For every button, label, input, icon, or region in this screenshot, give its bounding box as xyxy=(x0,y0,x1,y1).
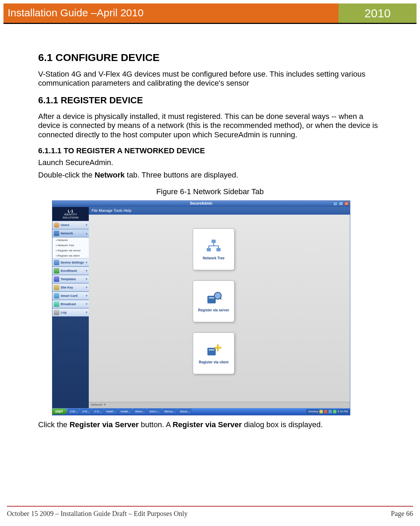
clock: 5:10 PM xyxy=(337,410,348,413)
taskbar-item[interactable]: 3 W... xyxy=(68,409,79,414)
sidebar-item-label: Smart Card xyxy=(61,294,86,298)
taskbar-item[interactable]: Notef... xyxy=(104,409,118,414)
card-register-via-server[interactable]: Register via server xyxy=(193,281,234,322)
svg-rect-0 xyxy=(212,240,216,243)
tray-icon[interactable] xyxy=(324,410,327,413)
sidebar-item-label: Users xyxy=(61,223,86,227)
tray-desktop[interactable]: Desktop xyxy=(308,410,318,413)
document-tab-bar[interactable]: Network ✕ xyxy=(89,402,350,408)
header-year: 2010 xyxy=(338,3,417,23)
key-icon xyxy=(54,285,59,290)
svg-rect-1 xyxy=(207,248,211,251)
sidebar: L·1 IDENTITY SOLUTIONS Users ▾ Network ▴… xyxy=(52,207,89,408)
subsection-body: After a device is physically installed, … xyxy=(38,112,382,139)
page-header: Installation Guide –April 2010 2010 xyxy=(3,3,417,23)
screenshot-secureadmin: SecureAdmin _ □ × File Manage Tools Help… xyxy=(52,200,350,415)
footer-left: October 15 2009 – Installation Guide Dra… xyxy=(7,510,188,518)
sidebar-network-submenu: • Network • Network Tree • Register via … xyxy=(52,238,89,258)
chevron-down-icon: ▾ xyxy=(86,269,87,273)
taskbar-item[interactable]: Inbox... xyxy=(133,409,146,414)
sidebar-item-label: Enrollment xyxy=(61,269,86,273)
step-3: Click the Register via Server button. A … xyxy=(38,420,382,429)
close-button[interactable]: × xyxy=(344,201,349,206)
logo-bot: SOLUTIONS xyxy=(54,216,87,219)
taskbar-item[interactable]: Install... xyxy=(119,409,132,414)
step-3-post: dialog box is displayed. xyxy=(242,420,323,429)
tray-icon[interactable] xyxy=(328,410,332,413)
enrollment-icon xyxy=(54,268,59,274)
card-register-via-client[interactable]: Register via client xyxy=(193,333,234,374)
window-titlebar: SecureAdmin _ □ × xyxy=(52,201,350,207)
submenu-item-network[interactable]: • Network xyxy=(52,238,89,243)
sidebar-item-label: Device Settings xyxy=(61,261,86,264)
sidebar-item-templates[interactable]: Templates ▾ xyxy=(52,275,89,283)
main-panel: Network Tree Register via server Registe… xyxy=(89,215,350,408)
tab-network[interactable]: Network ✕ xyxy=(91,403,106,406)
server-icon xyxy=(204,290,223,305)
step-3-bold2: Register via Server xyxy=(173,420,242,429)
sidebar-item-broadcast[interactable]: Broadcast ▾ xyxy=(52,300,89,308)
tray-icon[interactable] xyxy=(333,410,336,413)
sidebar-item-log[interactable]: Log ▾ xyxy=(52,308,89,317)
sidebar-item-device-settings[interactable]: Device Settings ▾ xyxy=(52,258,89,267)
gear-icon xyxy=(54,260,59,265)
tray-icon[interactable] xyxy=(319,410,323,413)
client-icon xyxy=(204,342,223,357)
taskbar-item[interactable]: Secur... xyxy=(178,409,191,414)
card-label: Register via client xyxy=(199,360,229,364)
subsection-heading: 6.1.1 REGISTER DEVICE xyxy=(38,95,382,106)
submenu-item-register-client[interactable]: • Register via client xyxy=(52,253,89,258)
taskbar-item[interactable]: 2 G... xyxy=(92,409,103,414)
network-icon xyxy=(54,231,59,236)
menu-bar[interactable]: File Manage Tools Help xyxy=(89,207,350,215)
minimize-button[interactable]: _ xyxy=(333,201,338,206)
window-title: SecureAdmin xyxy=(190,201,212,205)
templates-icon xyxy=(54,276,59,282)
svg-line-6 xyxy=(220,298,221,299)
chevron-down-icon: ▾ xyxy=(86,310,87,314)
step-2-bold: Network xyxy=(95,171,125,179)
sidebar-item-network[interactable]: Network ▴ xyxy=(52,229,89,238)
system-tray[interactable]: Desktop 5:10 PM xyxy=(306,409,350,414)
step-2: Double-click the Network tab. Three butt… xyxy=(38,171,382,180)
sidebar-item-smart-card[interactable]: Smart Card ▾ xyxy=(52,292,89,300)
card-label: Register via server xyxy=(198,308,229,312)
chevron-down-icon: ▾ xyxy=(86,302,87,306)
broadcast-icon xyxy=(54,301,59,307)
window-controls: _ □ × xyxy=(333,201,349,206)
subsubsection-heading: 6.1.1.1 TO REGISTER A NETWORKED DEVICE xyxy=(38,146,382,155)
sidebar-item-label: Log xyxy=(61,311,86,314)
step-1: Launch SecureAdmin. xyxy=(38,158,382,167)
taskbar-item[interactable]: Micros... xyxy=(162,409,177,414)
section-heading: 6.1 CONFIGURE DEVICE xyxy=(38,52,382,63)
log-icon xyxy=(54,310,59,315)
submenu-item-register-server[interactable]: • Register via server xyxy=(52,248,89,253)
submenu-item-network-tree[interactable]: • Network Tree xyxy=(52,243,89,248)
sidebar-item-label: Broadcast xyxy=(61,302,86,306)
chevron-down-icon: ▾ xyxy=(86,285,87,289)
step-2-post: tab. Three buttons are displayed. xyxy=(125,171,238,179)
step-3-bold1: Register via Server xyxy=(69,420,138,429)
sidebar-item-enrollment[interactable]: Enrollment ▾ xyxy=(52,267,89,275)
windows-taskbar: start 3 W... 2 M... 2 G... Notef... Inst… xyxy=(52,408,350,415)
sidebar-item-site-key[interactable]: Site Key ▾ xyxy=(52,283,89,292)
maximize-button[interactable]: □ xyxy=(338,201,343,206)
chevron-down-icon: ▾ xyxy=(86,260,87,264)
card-network-tree[interactable]: Network Tree xyxy=(193,228,234,270)
page-footer: October 15 2009 – Installation Guide Dra… xyxy=(7,510,413,518)
start-button[interactable]: start xyxy=(52,408,67,414)
taskbar-item[interactable]: Add o... xyxy=(147,409,161,414)
sidebar-item-label: Network xyxy=(61,232,86,235)
footer-right: Page 66 xyxy=(391,510,413,518)
footer-rule xyxy=(7,506,413,507)
network-tree-icon xyxy=(204,238,223,253)
svg-rect-4 xyxy=(209,297,214,299)
svg-rect-7 xyxy=(207,348,216,355)
step-3-mid: button. A xyxy=(139,420,173,429)
user-icon xyxy=(54,222,59,228)
card-label: Network Tree xyxy=(203,256,225,260)
figure-caption: Figure 6-1 Network Sidebar Tab xyxy=(38,187,382,196)
svg-rect-2 xyxy=(216,248,221,251)
sidebar-item-users[interactable]: Users ▾ xyxy=(52,221,89,229)
taskbar-item[interactable]: 2 M... xyxy=(80,409,91,414)
